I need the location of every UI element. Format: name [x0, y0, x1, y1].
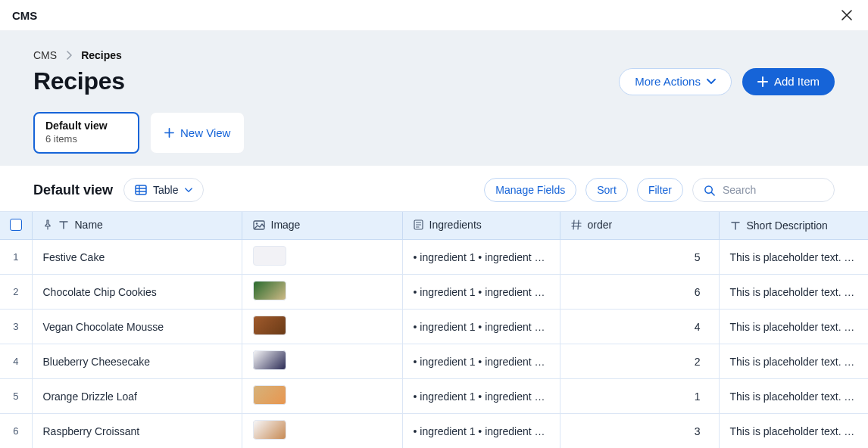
cell-name[interactable]: Chocolate Chip Cookies: [32, 275, 242, 310]
manage-fields-button[interactable]: Manage Fields: [484, 178, 576, 202]
cell-short-description[interactable]: This is placeholder text. T…: [719, 414, 868, 449]
cell-image[interactable]: [242, 310, 402, 344]
filter-button[interactable]: Filter: [637, 178, 683, 202]
column-header-name[interactable]: Name: [32, 212, 242, 240]
cell-ingredients[interactable]: • ingredient 1 • ingredient …: [402, 275, 560, 310]
table-row[interactable]: 6Raspberry Croissant• ingredient 1 • ing…: [0, 414, 868, 449]
number-type-icon: [571, 219, 582, 230]
row-index[interactable]: 6: [0, 414, 32, 449]
cell-ingredients[interactable]: • ingredient 1 • ingredient …: [402, 414, 560, 449]
table-icon: [135, 185, 147, 195]
search-input[interactable]: [723, 184, 823, 196]
more-actions-label: More Actions: [635, 75, 701, 88]
thumbnail: [253, 350, 286, 370]
row-index[interactable]: 2: [0, 275, 32, 310]
richtext-type-icon: [414, 219, 423, 230]
thumbnail: [253, 316, 286, 335]
breadcrumb-current: Recipes: [81, 49, 122, 61]
window-titlebar: CMS: [0, 0, 868, 31]
cell-short-description[interactable]: This is placeholder text. T…: [719, 240, 868, 275]
page-header: CMS Recipes Recipes More Actions: [0, 31, 868, 166]
view-toolbar: Default view Table Manage Fields Sort Fi…: [0, 166, 868, 211]
breadcrumb-root[interactable]: CMS: [33, 49, 57, 61]
cell-ingredients[interactable]: • ingredient 1 • ingredient …: [402, 240, 560, 275]
cell-order[interactable]: 1: [560, 379, 719, 414]
close-button[interactable]: [838, 6, 856, 24]
search-icon: [704, 185, 715, 196]
column-header-ingredients[interactable]: Ingredients: [402, 212, 560, 240]
plus-icon: [164, 128, 174, 138]
thumbnail: [253, 246, 286, 266]
close-icon: [841, 10, 852, 20]
chevron-down-icon: [707, 79, 716, 85]
view-card-subtitle: 6 items: [45, 133, 127, 145]
add-item-button[interactable]: Add Item: [742, 68, 835, 95]
cell-image[interactable]: [242, 379, 402, 414]
table-row[interactable]: 3Vegan Chocolate Mousse• ingredient 1 • …: [0, 310, 868, 344]
plus-icon: [757, 76, 768, 87]
cell-order[interactable]: 3: [560, 414, 719, 449]
image-type-icon: [253, 220, 265, 230]
breadcrumb: CMS Recipes: [33, 49, 835, 61]
table-row[interactable]: 2Chocolate Chip Cookies• ingredient 1 • …: [0, 275, 868, 310]
more-actions-button[interactable]: More Actions: [619, 68, 732, 95]
cell-image[interactable]: [242, 275, 402, 310]
view-title: Default view: [33, 182, 113, 198]
column-image-label: Image: [271, 219, 301, 231]
cell-order[interactable]: 6: [560, 275, 719, 310]
thumbnail: [253, 281, 286, 300]
table-row[interactable]: 4Blueberry Cheesecake• ingredient 1 • in…: [0, 344, 868, 379]
view-card-default[interactable]: Default view 6 items: [33, 112, 139, 154]
sort-button[interactable]: Sort: [585, 178, 628, 202]
cell-name[interactable]: Orange Drizzle Loaf: [32, 379, 242, 414]
sort-label: Sort: [597, 184, 617, 196]
new-view-button[interactable]: New View: [150, 112, 245, 154]
row-index[interactable]: 5: [0, 379, 32, 414]
cell-ingredients[interactable]: • ingredient 1 • ingredient …: [402, 379, 560, 414]
column-header-image[interactable]: Image: [242, 212, 402, 240]
table-row[interactable]: 1Festive Cake• ingredient 1 • ingredient…: [0, 240, 868, 275]
column-ingredients-label: Ingredients: [429, 219, 482, 231]
window-title: CMS: [12, 9, 37, 22]
thumbnail: [253, 420, 286, 440]
chevron-right-icon: [66, 51, 72, 60]
text-type-icon: [58, 220, 69, 229]
svg-rect-0: [136, 185, 146, 194]
cell-short-description[interactable]: This is placeholder text. T…: [719, 275, 868, 310]
row-index[interactable]: 3: [0, 310, 32, 344]
cell-name[interactable]: Blueberry Cheesecake: [32, 344, 242, 379]
cell-short-description[interactable]: This is placeholder text. T…: [719, 379, 868, 414]
cell-name[interactable]: Festive Cake: [32, 240, 242, 275]
cell-order[interactable]: 5: [560, 240, 719, 275]
page-title: Recipes: [33, 67, 125, 95]
add-item-label: Add Item: [774, 75, 820, 88]
table-row[interactable]: 5Orange Drizzle Loaf• ingredient 1 • ing…: [0, 379, 868, 414]
column-header-short-desc[interactable]: Short Description: [719, 212, 868, 240]
column-header-order[interactable]: order: [560, 212, 719, 240]
chevron-down-icon: [185, 188, 192, 193]
new-view-label: New View: [180, 126, 230, 139]
cell-name[interactable]: Vegan Chocolate Mousse: [32, 310, 242, 344]
search-field[interactable]: [692, 178, 835, 202]
svg-point-3: [255, 222, 257, 224]
cell-order[interactable]: 2: [560, 344, 719, 379]
filter-label: Filter: [648, 184, 672, 196]
cell-image[interactable]: [242, 414, 402, 449]
cell-image[interactable]: [242, 240, 402, 275]
row-index[interactable]: 4: [0, 344, 32, 379]
cell-order[interactable]: 4: [560, 310, 719, 344]
checkbox-icon[interactable]: [10, 219, 22, 231]
row-index[interactable]: 1: [0, 240, 32, 275]
cell-name[interactable]: Raspberry Croissant: [32, 414, 242, 449]
cell-ingredients[interactable]: • ingredient 1 • ingredient …: [402, 344, 560, 379]
column-name-label: Name: [75, 219, 103, 231]
select-all-header[interactable]: [0, 212, 32, 240]
cell-ingredients[interactable]: • ingredient 1 • ingredient …: [402, 310, 560, 344]
data-table: Name Image: [0, 211, 868, 448]
cell-short-description[interactable]: This is placeholder text. T…: [719, 344, 868, 379]
table-header-row: Name Image: [0, 212, 868, 240]
cell-image[interactable]: [242, 344, 402, 379]
view-card-title: Default view: [45, 120, 127, 132]
view-type-selector[interactable]: Table: [123, 178, 203, 202]
cell-short-description[interactable]: This is placeholder text. T…: [719, 310, 868, 344]
